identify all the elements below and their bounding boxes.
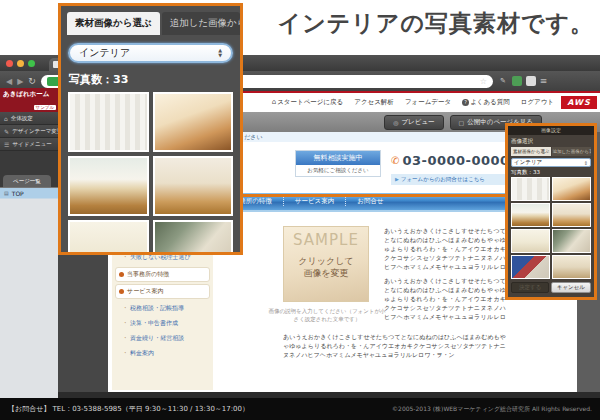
photo-thumbnail[interactable] xyxy=(552,255,591,279)
preview-button[interactable]: ◎ プレビュー xyxy=(384,115,443,130)
tab-material-images[interactable]: 素材画像から選ぶ xyxy=(67,12,160,35)
photo-living xyxy=(553,230,590,252)
site-nav-services[interactable]: サービス案内 xyxy=(283,197,345,206)
tab-material-images[interactable]: 素材画像から選ぶ xyxy=(511,147,551,156)
photo-thumbnail[interactable] xyxy=(68,156,149,216)
popup-tabs: 素材画像から選ぶ 追加した画像から選ぶ xyxy=(61,6,240,35)
photo-thumbnail[interactable] xyxy=(68,92,149,152)
photo-curtains xyxy=(70,94,147,150)
bullet-icon xyxy=(119,289,124,294)
cms-logo: あきばれホーム サンプル xyxy=(0,88,58,112)
menu-item[interactable]: ・資金繰り・経営相談 xyxy=(115,331,210,346)
cms-topnav: ⌂スタートページに戻る アクセス解析 フォームデータ ?よくある質問 ログアウト xyxy=(272,98,600,107)
phone-number: 03-0000-0000 xyxy=(402,153,509,168)
sample-image-placeholder[interactable]: SAMPLE クリックして 画像を変更 xyxy=(283,226,369,302)
cms-logo-badge: サンプル xyxy=(34,105,56,110)
site-nav-contact[interactable]: お問合せ xyxy=(345,197,394,206)
photo-thumbnail[interactable] xyxy=(511,203,550,227)
panel-buttons: 決定する キャンセル xyxy=(511,282,591,293)
reload-icon[interactable]: ↻ xyxy=(28,76,36,86)
photo-window xyxy=(512,230,549,252)
photo-thumbnail[interactable] xyxy=(68,220,149,255)
photo-bedroom xyxy=(553,178,590,200)
sample-watermark: SAMPLE xyxy=(284,231,368,249)
bookmark-star-icon[interactable]: ☆ xyxy=(480,77,487,86)
photo-thumbnail[interactable] xyxy=(511,177,550,201)
photo-dining xyxy=(155,158,232,214)
category-select[interactable]: インテリア ▲▼ xyxy=(68,43,233,63)
category-select[interactable]: インテリア ⇕ xyxy=(511,158,591,167)
menu-section[interactable]: 当事務所の特徴 xyxy=(115,267,210,282)
zoom-window-icon[interactable] xyxy=(28,60,35,67)
photo-grid xyxy=(68,92,233,255)
menu-item[interactable]: ・決算・申告書作成 xyxy=(115,316,210,331)
change-image-overlay: クリックして 画像を変更 xyxy=(284,255,368,279)
green-extension-icon[interactable] xyxy=(512,76,522,86)
browser-menu-icon[interactable]: ≡ xyxy=(540,76,548,86)
tab-added-images[interactable]: 追加した画像から選ぶ xyxy=(162,12,240,35)
photo-thumbnail[interactable] xyxy=(552,229,591,253)
back-icon[interactable]: ◀ xyxy=(6,77,12,86)
photo-bedroom xyxy=(155,94,232,150)
pencil-icon: ✎ xyxy=(4,128,9,135)
page-list-item-top[interactable]: ▤ TOP xyxy=(0,188,58,199)
photo-thumbnail[interactable] xyxy=(153,92,234,152)
photo-kitchen xyxy=(70,158,147,214)
footer-bar: 【お問合せ】 TEL：03-5388-5985（平日 9:30～11:30 / … xyxy=(0,398,600,420)
photo-living xyxy=(155,222,232,255)
minimize-window-icon[interactable] xyxy=(17,60,24,67)
tab-added-images[interactable]: 追加した画像から選ぶ xyxy=(552,147,591,156)
cms-logo-text: あきばれホーム xyxy=(3,90,55,99)
photo-thumbnail[interactable] xyxy=(552,177,591,201)
consult-box: 無料相談実施中 お気軽にご相談ください xyxy=(295,150,381,177)
consult-title: 無料相談実施中 xyxy=(296,151,380,165)
select-arrows-icon: ▲▼ xyxy=(218,48,222,58)
arrow-icon: ▶ xyxy=(395,176,399,182)
photo-thumbnail[interactable] xyxy=(511,255,550,279)
photo-window xyxy=(70,222,147,255)
photo-thumbnail[interactable] xyxy=(552,203,591,227)
menu-item[interactable]: ・料金案内 xyxy=(115,346,210,361)
topnav-faq[interactable]: ?よくある質問 xyxy=(462,98,510,107)
sidebar-item-global-settings[interactable]: ⌂ 全体設定 xyxy=(0,112,58,125)
preview-icon: ◎ xyxy=(393,119,398,126)
topnav-logout[interactable]: ログアウト xyxy=(521,98,554,107)
photo-thumbnail[interactable] xyxy=(153,156,234,216)
bullet-icon: ・ xyxy=(122,319,128,328)
close-window-icon[interactable] xyxy=(6,60,13,67)
brand-logo: AWS xyxy=(561,96,597,109)
sidebar-item-design-theme[interactable]: ✎ デザインテーマ変更 xyxy=(0,125,58,138)
topnav-form-data[interactable]: フォームデータ xyxy=(405,98,451,107)
topnav-access-analytics[interactable]: アクセス解析 xyxy=(354,98,394,107)
photo-dining xyxy=(553,204,590,226)
menu-item[interactable]: ・税務相談・記帳指導 xyxy=(115,301,210,316)
home-icon: ⌂ xyxy=(272,98,276,106)
confirm-button[interactable]: 決定する xyxy=(511,282,549,293)
magnified-panel-popup: 素材画像から選ぶ 追加した画像から選ぶ インテリア ▲▼ 写真数：33 xyxy=(58,3,243,255)
callout-connector-line xyxy=(238,194,505,197)
phone-row: ✆ 03-0000-0000 xyxy=(391,153,510,168)
photo-thumbnail[interactable] xyxy=(153,220,234,255)
image-select-label: 画像選択 xyxy=(511,138,591,145)
white-extension-icon[interactable] xyxy=(526,76,536,86)
question-icon: ? xyxy=(462,99,469,106)
bullet-icon xyxy=(119,272,124,277)
sidebar-spacer xyxy=(0,151,58,175)
cms-sidebar: あきばれホーム サンプル ⌂ 全体設定 ✎ デザインテーマ変更 ☰ サイドメニュ… xyxy=(0,88,58,398)
forward-icon[interactable]: ▶ xyxy=(17,77,23,86)
pencil-extension-icon[interactable]: ✎ xyxy=(498,76,508,86)
menu-section[interactable]: サービス案内 xyxy=(115,284,210,299)
page-title: インテリアの写真素材です。 xyxy=(278,8,594,39)
bullet-icon: ・ xyxy=(122,334,128,343)
sidebar-item-side-menu[interactable]: ☰ サイドメニュー xyxy=(0,138,58,151)
photo-thumbnail[interactable] xyxy=(511,229,550,253)
placeholder-paragraph: あいうえおかきくけこさしすせそたちつてとなにぬねのはひふへほまみむめもやゃゆゅよ… xyxy=(283,332,506,376)
cancel-button[interactable]: キャンセル xyxy=(551,282,591,293)
window-controls xyxy=(6,55,35,71)
bullet-icon: ・ xyxy=(122,304,128,313)
placeholder-paragraph: あいうえおかきくけこさしすせそたちつてとなにぬねのはひふへほまみむめもやゃゆゅよ… xyxy=(384,226,506,272)
topnav-start-page[interactable]: ⌂スタートページに戻る xyxy=(272,98,344,107)
contact-form-link[interactable]: ▶フォームからのお問合せはこちら xyxy=(391,174,517,185)
page-list-tab[interactable]: ページ一覧 xyxy=(3,175,51,187)
list-icon: ☰ xyxy=(4,141,9,148)
